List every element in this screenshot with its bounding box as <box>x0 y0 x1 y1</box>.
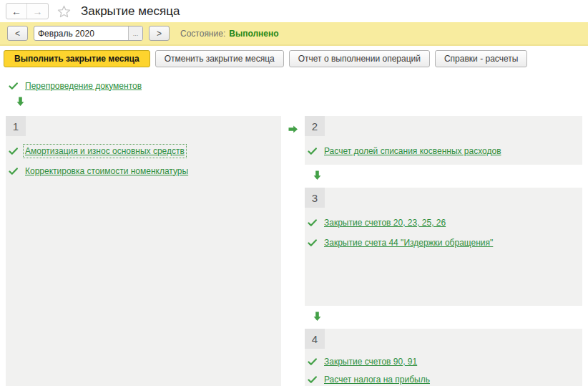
stages-2-3-4-column: 2 Расчет долей списания косвенных расход… <box>305 116 582 386</box>
income-tax-calculation-link[interactable]: Расчет налога на прибыль <box>324 375 430 385</box>
depreciation-link[interactable]: Амортизация и износ основных средств <box>25 146 185 156</box>
stage-1-column: 1 Амортизация и износ основных средств К… <box>6 116 281 386</box>
check-icon <box>308 148 317 155</box>
check-icon <box>9 82 18 90</box>
period-bar: < ... > Состояние: Выполнено <box>0 22 588 46</box>
stage-connector <box>281 116 305 386</box>
operations-scheme: Перепроведение документов 1 Амортизация … <box>0 72 588 386</box>
operation-row: Расчет долей списания косвенных расходов <box>308 145 582 156</box>
stage-1-number: 1 <box>6 116 26 136</box>
stage-3-block: 3 Закрытие счетов 20, 23, 25, 26 Закрыти… <box>305 188 582 306</box>
forward-arrow-icon[interactable]: → <box>27 4 48 19</box>
period-input[interactable] <box>34 26 128 40</box>
period-picker-ellipsis-icon[interactable]: ... <box>128 26 142 40</box>
stage-2-number: 2 <box>305 116 325 136</box>
nomenclature-cost-adjustment-link[interactable]: Корректировка стоимости номенклатуры <box>25 166 188 176</box>
check-icon <box>308 239 317 246</box>
check-icon <box>308 219 317 226</box>
stage-1-block: 1 Амортизация и износ основных средств К… <box>6 116 281 386</box>
operations-report-button[interactable]: Отчет о выполнении операций <box>289 50 430 67</box>
close-accounts-20-23-25-26-link[interactable]: Закрытие счетов 20, 23, 25, 26 <box>324 218 446 228</box>
back-arrow-icon[interactable]: ← <box>6 4 27 19</box>
reposting-documents-link[interactable]: Перепроведение документов <box>25 81 142 91</box>
operation-row: Расчет налога на прибыль <box>308 374 582 385</box>
prev-period-button[interactable]: < <box>7 26 28 41</box>
period-field-group: ... <box>34 26 143 41</box>
cancel-closing-button[interactable]: Отменить закрытие месяца <box>155 50 284 67</box>
operation-row: Корректировка стоимости номенклатуры <box>9 165 281 176</box>
check-icon <box>308 376 317 383</box>
operation-row: Закрытие счета 44 "Издержки обращения" <box>308 237 582 248</box>
toolbar: Выполнить закрытие месяца Отменить закры… <box>0 46 588 72</box>
page-title: Закрытие месяца <box>81 4 180 19</box>
operation-row: Закрытие счетов 90, 91 <box>308 356 582 367</box>
status-value: Выполнено <box>229 29 278 39</box>
stage-2-block: 2 Расчет долей списания косвенных расход… <box>305 116 582 165</box>
check-icon <box>308 358 317 365</box>
stage-4-number: 4 <box>305 329 325 349</box>
indirect-expenses-share-link[interactable]: Расчет долей списания косвенных расходов <box>324 146 501 156</box>
favorite-star-icon[interactable] <box>57 4 72 19</box>
stage-4-block: 4 Закрытие счетов 90, 91 Расчет налога н… <box>305 329 582 386</box>
stage-3-number: 3 <box>305 188 325 208</box>
check-icon <box>9 168 18 175</box>
check-icon <box>9 148 18 155</box>
arrow-right-icon <box>288 125 298 133</box>
next-period-button[interactable]: > <box>149 26 170 41</box>
operation-row: Закрытие счетов 20, 23, 25, 26 <box>308 217 582 228</box>
arrow-down-icon <box>313 170 321 182</box>
history-nav-group: ← → <box>6 3 49 19</box>
status-label: Состояние: <box>180 29 225 39</box>
close-account-44-link[interactable]: Закрытие счета 44 "Издержки обращения" <box>324 238 493 248</box>
arrow-down-icon <box>16 97 24 109</box>
operation-row: Амортизация и износ основных средств <box>9 145 281 156</box>
perform-closing-button[interactable]: Выполнить закрытие месяца <box>4 50 150 67</box>
reposting-row: Перепроведение документов <box>9 80 582 91</box>
close-accounts-90-91-link[interactable]: Закрытие счетов 90, 91 <box>324 357 417 367</box>
calculations-references-button[interactable]: Справки - расчеты <box>435 50 527 67</box>
stage-columns: 1 Амортизация и износ основных средств К… <box>6 116 582 386</box>
arrow-down-icon <box>313 312 321 323</box>
window-header: ← → Закрытие месяца <box>0 0 588 22</box>
